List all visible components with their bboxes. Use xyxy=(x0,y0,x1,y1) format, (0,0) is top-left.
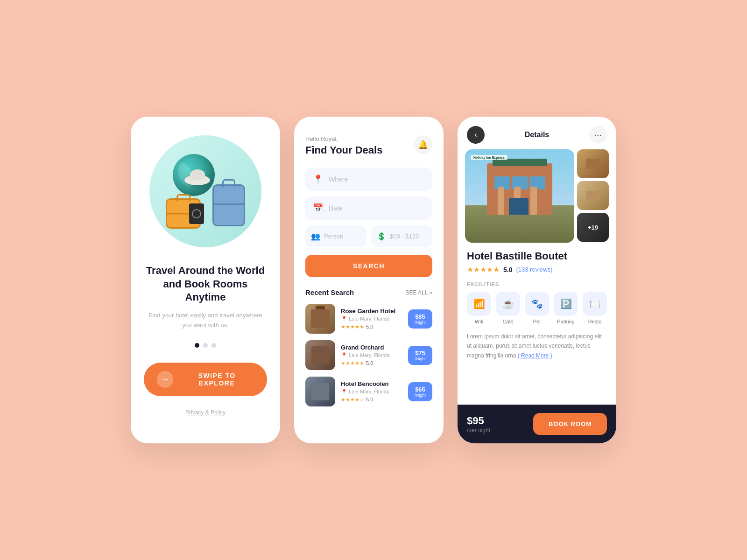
search-header: Hello Royal, Find Your Deals 🔔 xyxy=(305,135,432,156)
price-placeholder: $00 - $120 xyxy=(390,233,419,240)
where-placeholder: Where xyxy=(329,175,348,183)
hotel-stars-3: ★★★★☆5.0 xyxy=(341,397,402,403)
facilities-row: 📶 Wifi ☕ Cafe 🐾 Pet 🅿️ Parking 🍽️ xyxy=(467,292,607,324)
parking-icon: 🅿️ xyxy=(554,292,578,316)
hotel-name-3: Hotel Bencoolen xyxy=(341,380,402,387)
hotel-name-1: Rose Garden Hotel xyxy=(341,308,402,315)
rating-row: ★★★★★ 5.0 (133 reviews) xyxy=(467,265,607,274)
dot-1 xyxy=(195,343,199,348)
facilities-label: FACILITIES xyxy=(467,281,607,287)
price-amount: $95 xyxy=(467,415,526,427)
recent-search-header: Recent Search SEE ALL » xyxy=(305,288,432,296)
more-options-button[interactable]: ··· xyxy=(589,126,607,144)
dot-3 xyxy=(211,343,216,348)
hotel-price-3: $65/Night xyxy=(408,382,432,401)
hotel-stars-1: ★★★★★5.0 xyxy=(341,324,402,330)
gallery-thumbs: +19 xyxy=(577,149,609,243)
pet-icon: 🐾 xyxy=(525,292,549,316)
swipe-to-explore-button[interactable]: → SWIPE TO EXPLORE xyxy=(144,363,267,396)
facility-parking: 🅿️ Parking xyxy=(554,292,578,324)
person-icon: 👥 xyxy=(311,232,320,241)
facility-resto: 🍽️ Resto xyxy=(583,292,607,324)
gallery-main-image[interactable]: Holiday Inn Express xyxy=(465,149,574,243)
facility-wifi: 📶 Wifi xyxy=(467,292,491,324)
details-screen: ‹ Details ··· xyxy=(458,117,616,443)
cafe-label: Cafe xyxy=(502,319,513,324)
resto-label: Resto xyxy=(588,319,602,324)
details-content: Hotel Bastille Boutet ★★★★★ 5.0 (133 rev… xyxy=(458,250,616,405)
onboarding-screen: Travel Around the World and Book Rooms A… xyxy=(131,117,280,443)
details-nav-title: Details xyxy=(525,131,549,139)
cafe-icon: ☕ xyxy=(496,292,520,316)
location-icon: 📍 xyxy=(313,174,323,184)
hotel-thumbnail-2 xyxy=(305,340,335,370)
person-placeholder: Person xyxy=(324,233,343,240)
date-field[interactable]: 📅 Date xyxy=(305,196,432,220)
date-placeholder: Date xyxy=(329,204,343,212)
hotel-item-2[interactable]: Grand Orchard 📍 Lale Mary, Florida ★★★★★… xyxy=(305,340,432,370)
back-button[interactable]: ‹ xyxy=(467,126,485,144)
search-screen: Hello Royal, Find Your Deals 🔔 📍 Where 📅… xyxy=(294,117,444,443)
hotel-price-1: $85/Night xyxy=(408,309,432,329)
rating-reviews: (133 reviews) xyxy=(516,266,552,273)
hat-icon xyxy=(184,175,210,185)
calendar-icon: 📅 xyxy=(313,203,323,213)
see-all-link[interactable]: SEE ALL » xyxy=(405,289,432,296)
swipe-button-label: SWIPE TO EXPLORE xyxy=(180,372,254,387)
price-field[interactable]: 💲 $00 - $120 xyxy=(371,225,432,247)
hotel-item-3[interactable]: Hotel Bencoolen 📍 Lale Mary, Florida ★★★… xyxy=(305,377,432,406)
deals-title: Find Your Deals xyxy=(305,144,382,156)
hotel-price-2: $75/Night xyxy=(408,346,432,365)
dollar-icon: 💲 xyxy=(377,232,386,241)
greeting-text: Hello Royal, xyxy=(305,135,382,142)
passport-icon xyxy=(189,203,204,224)
gallery-more-overlay: +19 xyxy=(577,213,609,242)
details-footer: $95 /per night BOOK ROOM xyxy=(458,405,616,443)
rating-stars: ★★★★★ xyxy=(467,265,500,274)
recent-title: Recent Search xyxy=(305,288,354,296)
search-button[interactable]: SEARCH xyxy=(305,255,432,277)
wifi-icon: 📶 xyxy=(467,292,491,316)
price-per-night: /per night xyxy=(467,427,526,434)
book-room-button[interactable]: BOOK ROOM xyxy=(533,413,607,435)
read-more-link[interactable]: ( Read More ) xyxy=(518,352,552,359)
onboarding-title: Travel Around the World and Book Rooms A… xyxy=(144,264,267,304)
privacy-policy-link[interactable]: Privacy & Policy xyxy=(185,409,226,416)
hotel-location-1: 📍 Lale Mary, Florida xyxy=(341,316,402,322)
hotel-item-1[interactable]: Rose Garden Hotel 📍 Lale Mary, Florida ★… xyxy=(305,304,432,334)
arrow-icon: → xyxy=(157,371,173,388)
hotel-thumbnail-1 xyxy=(305,304,335,334)
notification-button[interactable]: 🔔 xyxy=(414,135,432,154)
dot-2 xyxy=(203,343,208,348)
hero-illustration xyxy=(149,135,261,247)
hotel-info-1: Rose Garden Hotel 📍 Lale Mary, Florida ★… xyxy=(341,308,402,330)
hotel-thumbnail-3 xyxy=(305,377,335,406)
hotel-name-2: Grand Orchard xyxy=(341,344,402,351)
facility-cafe: ☕ Cafe xyxy=(496,292,520,324)
pagination-dots xyxy=(195,343,216,348)
parking-label: Parking xyxy=(557,319,574,324)
hotel-description: Lorem ipsum dolor sit amet, consectetur … xyxy=(467,332,607,360)
onboarding-subtitle: Find your hotel easily and travel anywhe… xyxy=(144,311,267,330)
facility-pet: 🐾 Pet xyxy=(525,292,549,324)
gallery-thumb-1[interactable] xyxy=(577,149,609,178)
hotel-gallery: Holiday Inn Express +19 xyxy=(458,149,616,243)
hotel-info-2: Grand Orchard 📍 Lale Mary, Florida ★★★★★… xyxy=(341,344,402,366)
where-field[interactable]: 📍 Where xyxy=(305,168,432,191)
blue-suitcase xyxy=(212,184,245,226)
rating-score: 5.0 xyxy=(503,266,512,273)
pet-label: Pet xyxy=(533,319,541,324)
gallery-thumb-2[interactable] xyxy=(577,181,609,210)
hotel-stars-2: ★★★★★5.0 xyxy=(341,360,402,366)
screens-container: Travel Around the World and Book Rooms A… xyxy=(131,117,616,443)
gallery-thumb-3[interactable]: +19 xyxy=(577,213,609,242)
hotel-location-3: 📍 Lale Mary, Florida xyxy=(341,389,402,395)
wifi-label: Wifi xyxy=(475,319,483,324)
person-field[interactable]: 👥 Person xyxy=(305,225,366,247)
details-nav: ‹ Details ··· xyxy=(458,117,616,149)
hotel-location-2: 📍 Lale Mary, Florida xyxy=(341,352,402,358)
hotel-details-name: Hotel Bastille Boutet xyxy=(467,250,607,262)
price-section: $95 /per night xyxy=(467,415,526,434)
hotel-info-3: Hotel Bencoolen 📍 Lale Mary, Florida ★★★… xyxy=(341,380,402,403)
person-price-row: 👥 Person 💲 $00 - $120 xyxy=(305,225,432,247)
